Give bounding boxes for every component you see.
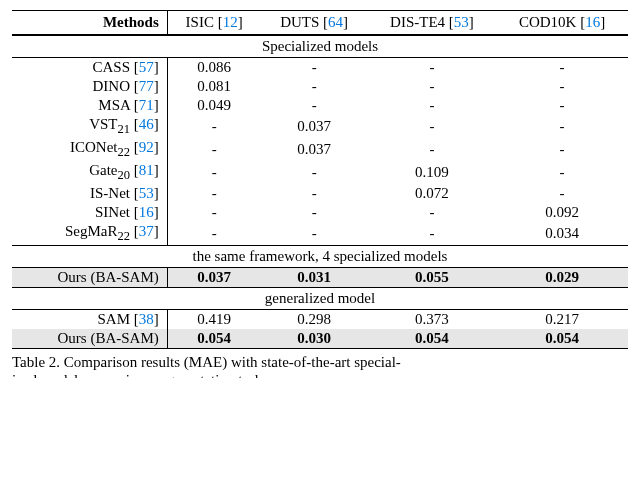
method-sub: 22 [117,145,130,159]
value-cell: 0.081 [167,77,260,96]
value-cell: 0.049 [167,96,260,115]
value-cell: - [261,77,368,96]
section-title-row: Specialized models [12,35,628,58]
value-cell: - [261,161,368,184]
method-cell: SegMaR22 [37] [12,222,167,246]
caption-text: Comparison results (MAE) with state-of-t… [64,354,401,370]
method-cell: Ours (BA-SAM) [12,329,167,349]
table-row: SINet [16]---0.092 [12,203,628,222]
method-name: MSA [98,97,130,113]
header-isic: ISIC [12] [167,11,260,36]
value-cell: - [496,138,628,161]
method-name: Gate [89,162,117,178]
table-row: CASS [57]0.086--- [12,58,628,78]
section-title-row: generalized model [12,288,628,310]
header-row: Methods ISIC [12] DUTS [64] DIS-TE4 [53]… [12,11,628,36]
col-name: ISIC [186,14,214,30]
col-name: COD10K [519,14,577,30]
value-cell: - [496,58,628,78]
value-cell: 0.029 [496,268,628,288]
col-name: DIS-TE4 [390,14,445,30]
value-cell: - [167,184,260,203]
cite-link[interactable]: 38 [139,311,154,327]
cite-link[interactable]: 57 [139,59,154,75]
method-cell: CASS [57] [12,58,167,78]
value-cell: - [368,115,496,138]
value-cell: 0.109 [368,161,496,184]
value-cell: - [261,184,368,203]
value-cell: - [167,161,260,184]
table-row: SAM [38]0.4190.2980.3730.217 [12,310,628,330]
cite-link[interactable]: 77 [139,78,154,94]
cite-link[interactable]: 12 [223,14,238,30]
cite-link[interactable]: 46 [139,116,154,132]
method-sub: 22 [117,229,130,243]
value-cell: - [496,77,628,96]
caption-cutoff: ized models on various segmentation task… [12,372,628,378]
cite-link[interactable]: 81 [139,162,154,178]
table-row: MSA [71]0.049--- [12,96,628,115]
method-sub: 21 [117,122,130,136]
cite-link[interactable]: 16 [585,14,600,30]
value-cell: 0.217 [496,310,628,330]
header-methods: Methods [12,11,167,36]
method-name: ICONet [70,139,118,155]
value-cell: 0.037 [261,115,368,138]
method-cell: ICONet22 [92] [12,138,167,161]
section-title: Specialized models [12,35,628,58]
value-cell: - [167,138,260,161]
method-name: CASS [92,59,130,75]
col-name: DUTS [280,14,319,30]
value-cell: 0.054 [167,329,260,349]
cite-link[interactable]: 64 [328,14,343,30]
method-cell: SAM [38] [12,310,167,330]
method-name: VST [89,116,117,132]
value-cell: 0.037 [167,268,260,288]
header-diste4: DIS-TE4 [53] [368,11,496,36]
value-cell: 0.055 [368,268,496,288]
cite-link[interactable]: 37 [139,223,154,239]
value-cell: - [167,222,260,246]
method-cell: SINet [16] [12,203,167,222]
method-cell: DINO [77] [12,77,167,96]
value-cell: - [368,138,496,161]
method-name: Ours (BA-SAM) [57,269,158,285]
section-title: generalized model [12,288,628,310]
table-row: Ours (BA-SAM)0.0540.0300.0540.054 [12,329,628,349]
value-cell: - [368,96,496,115]
value-cell: - [496,115,628,138]
cite-link[interactable]: 16 [139,204,154,220]
cite-link[interactable]: 71 [139,97,154,113]
value-cell: - [368,203,496,222]
caption-label: Table 2. [12,354,60,370]
method-cell: Gate20 [81] [12,161,167,184]
method-sub: 20 [117,168,130,182]
cite-link[interactable]: 92 [139,139,154,155]
table-row: ICONet22 [92]-0.037-- [12,138,628,161]
value-cell: - [496,184,628,203]
value-cell: 0.034 [496,222,628,246]
value-cell: 0.054 [496,329,628,349]
table-row: IS-Net [53]--0.072- [12,184,628,203]
value-cell: - [261,96,368,115]
table-row: VST21 [46]-0.037-- [12,115,628,138]
method-cell: Ours (BA-SAM) [12,268,167,288]
cite-link[interactable]: 53 [139,185,154,201]
value-cell: - [368,58,496,78]
method-name: Ours (BA-SAM) [57,330,158,346]
value-cell: 0.419 [167,310,260,330]
value-cell: - [261,203,368,222]
value-cell: 0.031 [261,268,368,288]
results-table: Methods ISIC [12] DUTS [64] DIS-TE4 [53]… [12,10,628,349]
table-caption: Table 2. Comparison results (MAE) with s… [12,353,628,372]
cite-link[interactable]: 53 [454,14,469,30]
method-cell: VST21 [46] [12,115,167,138]
value-cell: 0.072 [368,184,496,203]
value-cell: - [368,222,496,246]
value-cell: 0.298 [261,310,368,330]
method-cell: IS-Net [53] [12,184,167,203]
value-cell: - [261,222,368,246]
method-cell: MSA [71] [12,96,167,115]
header-cod10k: COD10K [16] [496,11,628,36]
table-row: Ours (BA-SAM)0.0370.0310.0550.029 [12,268,628,288]
